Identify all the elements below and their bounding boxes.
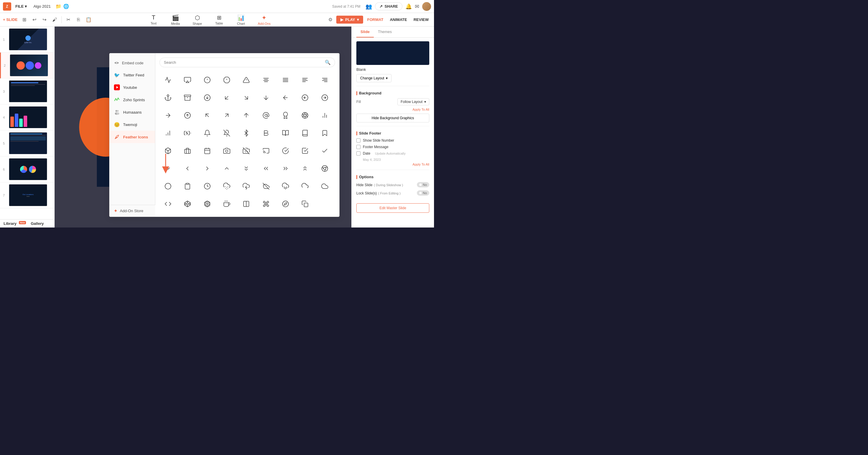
canvas-area[interactable]: ...class IT solutions to our customers t…: [55, 27, 351, 228]
icon-bar-chart[interactable]: [159, 125, 177, 142]
zoho-sprints-item[interactable]: Zoho Sprints: [110, 94, 155, 106]
paste-btn[interactable]: 📋: [84, 15, 93, 24]
icon-cloud-lightning[interactable]: [238, 177, 255, 195]
icon-award[interactable]: [277, 107, 294, 124]
icon-bookmark[interactable]: [316, 125, 333, 142]
bell-icon[interactable]: 🔔: [405, 3, 412, 10]
text-tool[interactable]: T Text: [146, 13, 161, 26]
icon-circle[interactable]: [159, 177, 177, 195]
slide-tab[interactable]: Slide: [356, 27, 374, 37]
settings-btn[interactable]: ⚙: [326, 15, 335, 24]
icon-clock[interactable]: [199, 177, 216, 195]
twitter-feed-item[interactable]: 🐦 Twitter Feed: [110, 69, 155, 81]
shape-tool[interactable]: ⬡ Shape: [190, 13, 205, 27]
slide-thumb-7[interactable]: 7 Our Locations● ● ●: [0, 182, 54, 208]
icon-cloud-off[interactable]: [257, 177, 275, 195]
icon-bar-chart-2[interactable]: [316, 107, 333, 124]
icon-camera[interactable]: [218, 142, 235, 159]
play-button[interactable]: ▶ PLAY ▾: [336, 15, 363, 24]
icon-book-open[interactable]: [277, 125, 294, 142]
globe-icon[interactable]: 🌐: [63, 4, 69, 9]
apply-to-all-fill[interactable]: Apply To All: [356, 108, 429, 111]
slide-thumb-6[interactable]: 6: [0, 156, 54, 182]
themes-tab[interactable]: Themes: [374, 27, 396, 37]
icon-alert-triangle[interactable]: [238, 71, 255, 89]
icon-command[interactable]: [257, 195, 275, 213]
icon-alert-circle[interactable]: [199, 71, 216, 89]
icon-arrow-right-circle[interactable]: [316, 89, 333, 106]
slide-thumb-2[interactable]: 2: [0, 53, 54, 78]
icon-copy[interactable]: [297, 195, 314, 213]
icon-battery-charging[interactable]: [179, 125, 196, 142]
icon-aperture[interactable]: [297, 107, 314, 124]
library-tab[interactable]: Library New: [4, 221, 26, 226]
icon-align-justify[interactable]: [277, 71, 294, 89]
slide-thumb-5[interactable]: 5: [0, 130, 54, 156]
footer-message-checkbox[interactable]: [356, 145, 361, 149]
file-menu-button[interactable]: FILE ▾: [13, 3, 29, 10]
apply-to-all-footer[interactable]: Apply To All: [356, 163, 429, 166]
change-layout-button[interactable]: Change Layout ▾: [356, 74, 392, 82]
add-slide-btn[interactable]: + SLIDE: [3, 18, 18, 22]
icon-align-right[interactable]: [316, 71, 333, 89]
icon-activity[interactable]: [159, 71, 177, 89]
collab-icon[interactable]: 👥: [366, 3, 372, 10]
icon-arrow-down[interactable]: [257, 89, 275, 106]
slide-thumb-1[interactable]: 1 Zyker Inc.: [0, 27, 54, 53]
icon-compass[interactable]: [277, 195, 294, 213]
icon-chevron-up[interactable]: [218, 160, 235, 177]
addon-store-button[interactable]: ✦ Add-On Store: [110, 205, 155, 217]
icon-archive[interactable]: [179, 89, 196, 106]
table-tool[interactable]: ⊞ Table: [212, 13, 226, 26]
icon-anchor[interactable]: [159, 89, 177, 106]
icon-arrow-down-circle[interactable]: [199, 89, 216, 106]
icon-arrow-left[interactable]: [277, 89, 294, 106]
icon-at-sign[interactable]: [257, 107, 275, 124]
gallery-tab[interactable]: Gallery: [31, 221, 44, 226]
icon-arrow-up[interactable]: [238, 107, 255, 124]
fill-dropdown[interactable]: Follow Layout ▾: [397, 98, 429, 105]
twemoji-item[interactable]: 😊 Twemoji: [110, 118, 155, 131]
mail-icon[interactable]: ✉: [415, 3, 419, 10]
format-tab[interactable]: FORMAT: [365, 16, 386, 23]
icon-arrow-right[interactable]: [159, 107, 177, 124]
cut-btn[interactable]: ✂: [64, 15, 73, 24]
icon-camera-off[interactable]: [238, 142, 255, 159]
feather-icons-item[interactable]: Feather Icons: [110, 131, 155, 143]
redo-btn[interactable]: ↪: [40, 15, 49, 24]
folder-icon[interactable]: 📁: [56, 4, 61, 9]
icon-arrow-left-circle[interactable]: [297, 89, 314, 106]
icon-check[interactable]: [316, 142, 333, 159]
chart-tool[interactable]: 📊 Chart: [234, 13, 248, 27]
icon-arrow-up-circle[interactable]: [179, 107, 196, 124]
review-tab[interactable]: REVIEW: [411, 16, 431, 23]
icon-cloud-rain[interactable]: [277, 177, 294, 195]
search-input[interactable]: [164, 60, 322, 65]
addons-tool[interactable]: ✦ Add-Ons: [255, 13, 273, 27]
icon-columns[interactable]: [238, 195, 255, 213]
icon-coffee[interactable]: [218, 195, 235, 213]
icon-arrow-up-right[interactable]: [218, 107, 235, 124]
icon-arrow-down-left[interactable]: [218, 89, 235, 106]
icon-calendar[interactable]: [199, 142, 216, 159]
icon-arrow-up-left[interactable]: [199, 107, 216, 124]
youtube-item[interactable]: Youtube: [110, 81, 155, 94]
icon-bell[interactable]: [199, 125, 216, 142]
show-slide-number-checkbox[interactable]: [356, 138, 361, 142]
icon-chevrons-up[interactable]: [297, 160, 314, 177]
slide-thumb-3[interactable]: 3: [0, 78, 54, 104]
icon-briefcase[interactable]: [179, 142, 196, 159]
icon-clipboard[interactable]: [179, 177, 196, 195]
paint-format-btn[interactable]: 🖌: [50, 15, 59, 24]
icon-bluetooth[interactable]: [238, 125, 255, 142]
icon-chevron-left[interactable]: [179, 160, 196, 177]
icon-align-left[interactable]: [297, 71, 314, 89]
icon-bell-off[interactable]: [218, 125, 235, 142]
hide-slide-toggle[interactable]: No: [417, 182, 429, 187]
share-button[interactable]: ↗ SHARE: [375, 2, 402, 10]
edit-master-slide-button[interactable]: Edit Master Slide: [356, 203, 429, 213]
user-avatar[interactable]: [422, 2, 431, 11]
icon-cloud[interactable]: [316, 177, 333, 195]
copy-btn[interactable]: ⎘: [74, 15, 83, 24]
icons-grid-area[interactable]: 🔍: [155, 54, 339, 217]
